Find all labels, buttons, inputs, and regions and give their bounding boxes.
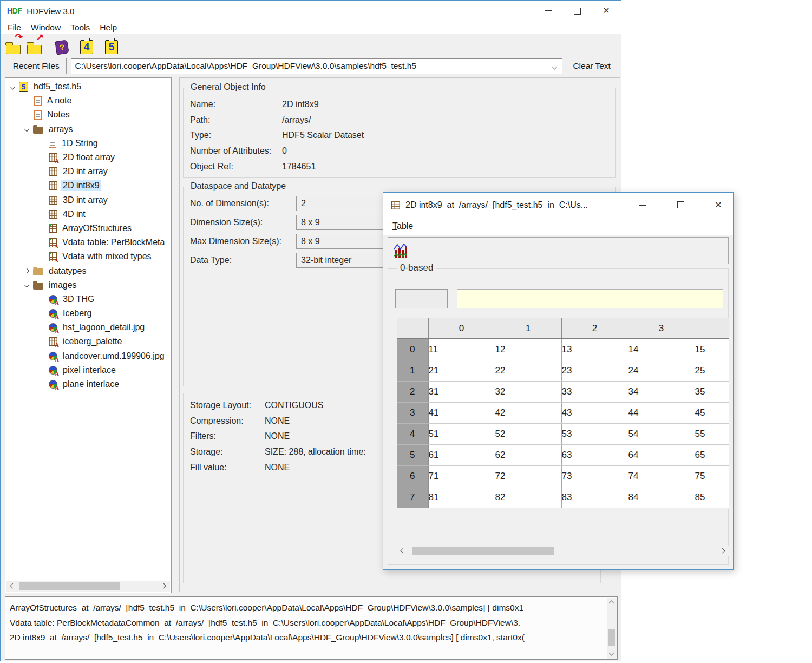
table-cell[interactable]: 75 <box>695 465 729 487</box>
hdf4-library-button[interactable]: 4 <box>75 37 93 54</box>
table-cell[interactable]: 55 <box>695 423 729 444</box>
table-cell[interactable]: 42 <box>495 402 561 423</box>
tree-item[interactable]: arrays <box>5 122 171 136</box>
row-header[interactable]: 6 <box>397 465 428 487</box>
table-cell[interactable]: 72 <box>495 465 561 487</box>
table-cell[interactable]: 23 <box>561 360 628 381</box>
table-cell[interactable]: 53 <box>561 423 628 444</box>
table-scrollbar-thumb[interactable] <box>412 547 554 555</box>
table-cell[interactable]: 62 <box>495 444 561 465</box>
table-cell[interactable]: 11 <box>428 339 495 360</box>
table-cell[interactable]: 13 <box>561 339 628 360</box>
table-cell[interactable]: 41 <box>428 402 495 423</box>
table-cell[interactable]: 12 <box>495 339 561 360</box>
table-cell[interactable]: 32 <box>495 381 561 402</box>
table-cell[interactable]: 22 <box>495 360 561 381</box>
table-cell[interactable]: 65 <box>695 444 729 465</box>
clear-text-button[interactable]: Clear Text <box>568 58 615 74</box>
log-vertical-scrollbar[interactable] <box>607 598 617 659</box>
tree-item[interactable]: hst_lagoon_detail.jpg <box>5 320 171 334</box>
table-cell[interactable]: 52 <box>495 423 561 444</box>
table-cell[interactable]: 14 <box>628 339 695 360</box>
table-cell[interactable]: 34 <box>628 381 695 402</box>
menu-window[interactable]: Window <box>26 23 66 32</box>
cell-reference-field[interactable] <box>395 289 448 308</box>
maximize-button[interactable] <box>572 6 582 16</box>
tree-item[interactable]: 3D THG <box>5 292 171 306</box>
close-file-button[interactable]: ↗ <box>27 37 42 54</box>
table-cell[interactable]: 82 <box>495 487 561 508</box>
tree-item[interactable]: images <box>5 278 171 292</box>
combo-dropdown-icon[interactable] <box>552 64 558 69</box>
table-cell[interactable]: 81 <box>428 487 495 508</box>
tree-expander-icon[interactable] <box>24 283 30 288</box>
row-header[interactable]: 1 <box>397 360 428 381</box>
cell-value-field[interactable] <box>457 289 723 308</box>
table-cell[interactable]: 85 <box>695 487 729 508</box>
tree-item[interactable]: 2D int8x9 <box>5 179 171 193</box>
tree-item[interactable]: ArrayOfStructures <box>5 221 171 235</box>
tree-expander-icon[interactable] <box>10 84 16 89</box>
file-path-combo[interactable]: C:\Users\lori.cooper\AppData\Local\Apps\… <box>71 58 563 74</box>
table-cell[interactable]: 64 <box>628 444 695 465</box>
tree-item[interactable]: 2D float array <box>5 150 171 165</box>
row-header[interactable]: 7 <box>397 487 428 508</box>
table-cell[interactable]: 24 <box>628 360 695 381</box>
table-cell[interactable]: 84 <box>628 487 695 508</box>
table-cell[interactable]: 51 <box>428 423 495 444</box>
tree-item[interactable]: landcover.umd.199906.jpg <box>5 349 171 363</box>
tree-item[interactable]: 4D int <box>5 207 171 221</box>
table-cell[interactable]: 45 <box>695 402 729 423</box>
open-file-button[interactable]: ↷ <box>6 37 21 54</box>
table-cell[interactable]: 35 <box>695 381 729 402</box>
line-plot-button[interactable] <box>391 239 410 262</box>
tree-item[interactable]: 3D int array <box>5 193 171 207</box>
row-header[interactable]: 0 <box>397 339 428 360</box>
table-cell[interactable]: 83 <box>561 487 628 508</box>
tree-horizontal-scrollbar[interactable] <box>6 581 170 592</box>
table-cell[interactable]: 31 <box>428 381 495 402</box>
table-cell[interactable]: 15 <box>695 339 729 360</box>
menu-tools[interactable]: Tools <box>66 23 95 32</box>
column-header[interactable]: 1 <box>495 318 561 339</box>
scroll-up-icon[interactable] <box>609 601 614 606</box>
table-cell[interactable]: 74 <box>628 465 695 487</box>
column-header[interactable]: 2 <box>561 318 628 339</box>
tree-item[interactable]: iceberg_palette <box>5 334 171 349</box>
tree-item[interactable]: plane interlace <box>5 377 171 391</box>
table-corner-cell[interactable] <box>397 318 428 339</box>
table-horizontal-scrollbar[interactable] <box>397 546 729 556</box>
scroll-right-icon[interactable] <box>161 583 167 589</box>
row-header[interactable]: 3 <box>397 402 428 423</box>
table-cell[interactable]: 71 <box>428 465 495 487</box>
table-cell[interactable]: 61 <box>428 444 495 465</box>
tree-expander-icon[interactable] <box>24 268 30 274</box>
tree-item[interactable]: datatypes <box>5 264 171 278</box>
tree-item[interactable]: 1D String <box>5 136 171 150</box>
tree-expander-icon[interactable] <box>24 127 30 132</box>
table-cell[interactable]: 54 <box>628 423 695 444</box>
scroll-down-icon[interactable] <box>609 651 614 656</box>
close-button[interactable]: ✕ <box>601 6 611 16</box>
hdf5-library-button[interactable]: 5 <box>100 37 118 54</box>
tree-item[interactable]: Vdata table: PerBlockMeta <box>5 235 171 250</box>
menu-table[interactable]: Table <box>388 221 418 231</box>
help-button[interactable]: ? <box>48 37 68 54</box>
row-header[interactable]: 5 <box>397 444 428 465</box>
table-maximize-button[interactable] <box>676 200 685 210</box>
tree-item[interactable]: 5hdf5_test.h5 <box>5 80 171 94</box>
column-header[interactable]: 0 <box>428 318 495 339</box>
scroll-left-icon[interactable] <box>401 548 406 554</box>
scroll-left-icon[interactable] <box>10 583 16 589</box>
tree-item[interactable]: Vdata with mixed types <box>5 250 171 264</box>
tree-item[interactable]: Notes <box>5 108 171 122</box>
tree-scrollbar-thumb[interactable] <box>19 582 120 590</box>
table-close-button[interactable]: ✕ <box>713 200 723 210</box>
table-cell[interactable]: 33 <box>561 381 628 402</box>
row-header[interactable]: 2 <box>397 381 428 402</box>
tree-item[interactable]: pixel interlace <box>5 363 171 377</box>
table-cell[interactable]: 43 <box>561 402 628 423</box>
tree-item[interactable]: A note <box>5 94 171 108</box>
column-header[interactable]: 3 <box>628 318 695 339</box>
tree-item[interactable]: 2D int array <box>5 165 171 179</box>
